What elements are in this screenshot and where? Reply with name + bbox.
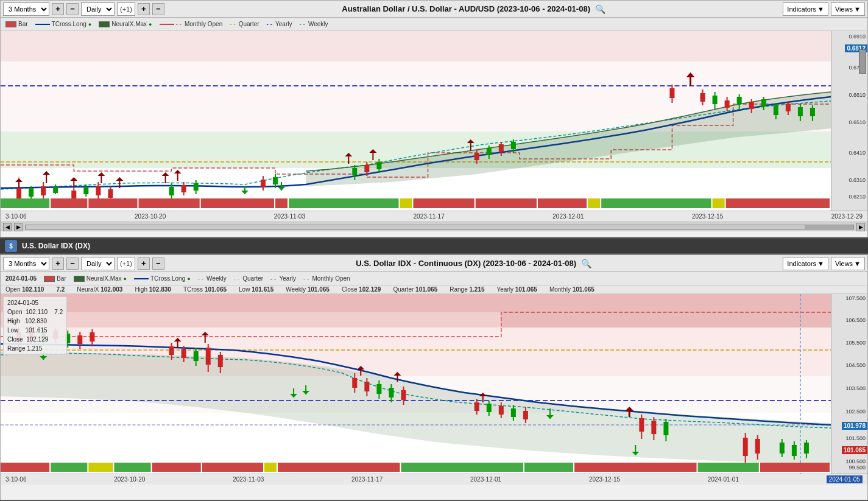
period-minus-btn-bottom[interactable]: − (66, 258, 79, 270)
svg-rect-183 (663, 422, 668, 435)
svg-rect-33 (169, 187, 174, 195)
period-add-btn-top[interactable]: + (52, 3, 64, 15)
svg-rect-205 (278, 463, 400, 472)
date-b-8: 2024-01-05 (827, 475, 863, 483)
svg-rect-51 (352, 168, 357, 175)
search-icon-bottom[interactable]: 🔍 (581, 259, 591, 268)
svg-rect-198 (1, 463, 49, 472)
data-info-high: High 102.830 (7, 317, 63, 326)
count-add-btn-bottom[interactable]: + (138, 258, 150, 270)
svg-rect-35 (182, 185, 186, 192)
date-axis-bottom: 3-10-06 2023-10-20 2023-11-03 2023-11-17… (1, 474, 867, 485)
svg-rect-173 (523, 411, 528, 419)
date-7: 2023-12-29 (831, 213, 863, 220)
indicators-btn-top[interactable]: Indicators ▼ (783, 2, 828, 16)
svg-rect-106 (601, 198, 711, 208)
svg-rect-202 (152, 463, 201, 472)
price-1035: 103.500 (845, 385, 866, 391)
search-icon-top[interactable]: 🔍 (595, 4, 605, 14)
svg-rect-75 (700, 93, 705, 102)
price-1075: 107.500 (845, 295, 866, 301)
svg-rect-23 (96, 186, 101, 195)
legend-neuralx-bottom: NeuralX.Max ● (74, 275, 127, 282)
svg-rect-43 (261, 180, 266, 187)
svg-rect-127 (77, 335, 82, 344)
svg-rect-203 (202, 463, 263, 472)
scroll-end-btn-top[interactable]: ▶ (856, 223, 865, 231)
svg-rect-147 (352, 378, 357, 388)
svg-marker-49 (278, 187, 285, 191)
price-highlight-bottom1: 101.978 (842, 422, 867, 430)
svg-rect-37 (194, 183, 199, 191)
legend-quarter-bottom: - - Quarter (234, 275, 263, 282)
period-select-top[interactable]: 3 Months1 Day1 Week1 Month3 Months6 Mont… (3, 2, 49, 16)
svg-rect-55 (376, 162, 381, 169)
price-995: 99.500 (849, 464, 866, 471)
svg-rect-83 (749, 102, 754, 109)
top-toolbar: 3 Months1 Day1 Week1 Month3 Months6 Mont… (1, 1, 867, 18)
svg-rect-165 (475, 402, 479, 411)
scroll-left-btn-top[interactable]: ◀ (3, 223, 12, 231)
legend-color-neuralx (99, 21, 110, 27)
count-minus-btn-top[interactable]: − (152, 3, 164, 15)
date-axis-top: 3-10-06 2023-10-20 2023-11-03 2023-11-17… (1, 211, 867, 222)
indicators-btn-bottom[interactable]: Indicators ▼ (783, 257, 828, 270)
legend-quarter: - - Quarter (230, 21, 259, 27)
period-minus-btn-top[interactable]: − (66, 3, 79, 15)
close-label: Close 102.129 (342, 286, 381, 293)
price-1025: 102.500 (845, 408, 866, 415)
svg-rect-155 (401, 390, 406, 400)
count-add-btn-top[interactable]: + (138, 3, 150, 15)
svg-rect-195 (804, 443, 809, 454)
legend-line-tcross (35, 24, 50, 25)
svg-rect-189 (755, 439, 760, 454)
legend-date-bottom: 2024-01-05 (5, 275, 37, 282)
svg-rect-98 (201, 198, 274, 208)
svg-rect-79 (725, 100, 730, 108)
chart-area-bottom[interactable]: 2024-01-05 Open 102.110 7.2 High 102.830… (1, 294, 831, 474)
scrollbar-track-top[interactable] (25, 225, 854, 229)
price-scrollbar-top[interactable] (859, 49, 866, 74)
price-axis-top: 0.6910 0.6812 0.6710 0.6610 0.6510 0.641… (831, 31, 867, 211)
period-select-bottom[interactable]: 3 Months (3, 257, 49, 270)
svg-rect-6 (16, 188, 21, 199)
legend-monthly: - - Monthly Open (160, 21, 223, 27)
svg-rect-208 (574, 463, 696, 472)
legend-yearly: - - Yearly (267, 21, 292, 27)
count-label-bottom: (+1) (117, 257, 135, 270)
svg-rect-21 (83, 187, 88, 194)
views-btn-bottom[interactable]: Views ▼ (831, 257, 865, 270)
svg-rect-102 (413, 198, 474, 208)
date-5: 2023-12-01 (552, 213, 584, 220)
svg-rect-179 (639, 418, 644, 432)
scrollbar-thumb-top[interactable] (805, 225, 853, 229)
price-highlight-bottom2: 101.065 (842, 446, 867, 454)
svg-rect-193 (792, 445, 797, 456)
svg-rect-105 (588, 198, 600, 208)
dx-icon: $ (5, 240, 17, 252)
legend-bar-bottom: Bar (44, 275, 66, 282)
data-info-range: Range 1.215 (7, 344, 63, 353)
svg-rect-91 (798, 107, 803, 116)
legend-monthly-bottom: - - Monthly Open (303, 275, 350, 282)
date-6: 2023-12-15 (692, 213, 723, 220)
legend-neuralx: NeuralX.Max ● (99, 21, 152, 27)
svg-rect-200 (88, 463, 113, 472)
svg-rect-108 (726, 198, 830, 208)
legend-line-tcross-bottom (134, 278, 149, 279)
svg-rect-13 (53, 187, 58, 193)
price-1065: 106.500 (845, 317, 866, 323)
svg-rect-94 (1, 198, 49, 208)
interval-select-top[interactable]: Daily (81, 2, 115, 16)
period-add-btn-bottom[interactable]: + (52, 258, 64, 270)
count-minus-btn-bottom[interactable]: − (152, 258, 164, 270)
scroll-right-btn-top[interactable]: ▶ (14, 223, 23, 231)
date-2: 2023-10-20 (135, 213, 166, 220)
svg-rect-141 (218, 355, 223, 367)
svg-rect-135 (182, 349, 186, 358)
legend-color-bar (5, 21, 16, 27)
interval-select-bottom[interactable]: Daily (81, 257, 115, 270)
views-btn-top[interactable]: Views ▼ (831, 2, 865, 16)
svg-rect-103 (476, 198, 537, 208)
chart-area-top[interactable] (1, 31, 831, 211)
